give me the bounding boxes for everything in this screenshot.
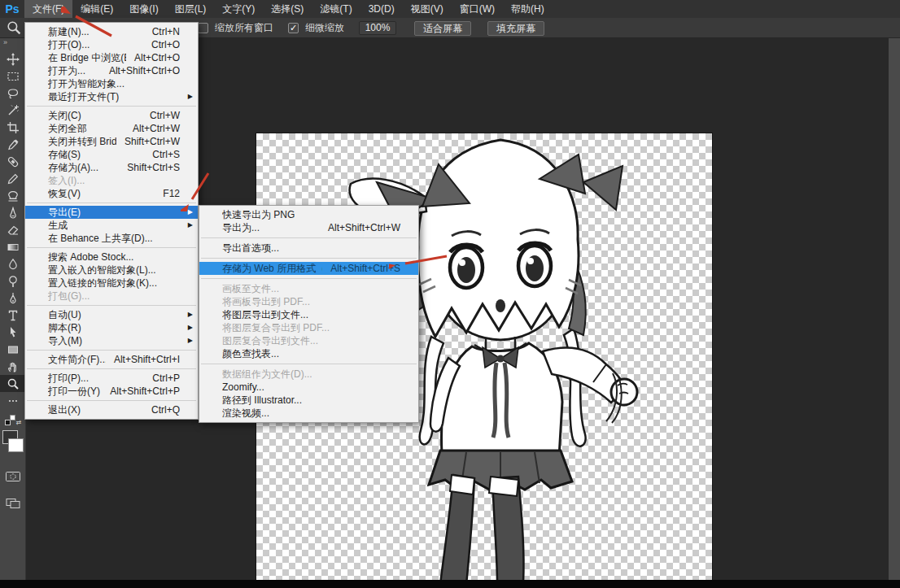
screen-mode-icon: [5, 496, 21, 509]
export-submenu-item-0[interactable]: 快速导出为 PNG: [199, 208, 418, 221]
file-menu-item-24[interactable]: 自动(U)▶: [25, 308, 198, 321]
menubar-item-type[interactable]: 文字(Y): [214, 0, 263, 18]
export-submenu-item-3[interactable]: 导出首选项...: [199, 242, 418, 255]
zoom-tool-icon: [6, 20, 22, 36]
export-submenu-item-15[interactable]: Zoomify...: [199, 381, 418, 394]
menubar-item-edit[interactable]: 编辑(E): [72, 0, 121, 18]
panel-dock-collapsed[interactable]: [889, 38, 900, 580]
file-menu-item-13[interactable]: 恢复(V)F12: [25, 187, 198, 200]
file-menu-item-7[interactable]: 关闭(C)Ctrl+W: [25, 109, 198, 122]
tool-pencil[interactable]: [2, 170, 24, 187]
file-menu-dropdown: 新建(N)...Ctrl+N打开(O)...Ctrl+O在 Bridge 中浏览…: [24, 22, 199, 420]
zoom-percent-field[interactable]: 100%: [359, 21, 396, 35]
file-menu-item-label: 存储为(A)...: [48, 161, 98, 174]
file-menu-item-0[interactable]: 新建(N)...Ctrl+N: [25, 25, 198, 38]
export-submenu-item-9[interactable]: 将图层导出到文件...: [199, 308, 418, 321]
file-menu-item-33[interactable]: 退出(X)Ctrl+Q: [25, 403, 198, 416]
pencil-icon: [7, 172, 20, 185]
tool-move[interactable]: [2, 50, 24, 68]
file-menu-item-5[interactable]: 最近打开文件(T)▶: [25, 90, 198, 103]
screen-mode-button[interactable]: [3, 495, 23, 510]
export-submenu-item-1[interactable]: 导出为...Alt+Shift+Ctrl+W: [199, 221, 418, 234]
export-submenu-item-label: 路径到 Illustrator...: [222, 394, 302, 407]
file-menu-item-8[interactable]: 关闭全部Alt+Ctrl+W: [25, 122, 198, 135]
file-menu-item-15[interactable]: 导出(E)▶: [25, 206, 198, 219]
file-menu-item-shortcut: Ctrl+W: [142, 109, 180, 122]
menubar-item-filter[interactable]: 滤镜(T): [312, 0, 360, 18]
file-menu-item-17[interactable]: 在 Behance 上共享(D)...: [25, 232, 198, 245]
photoshop-logo: Ps: [0, 2, 24, 15]
tool-type[interactable]: [2, 307, 24, 324]
export-submenu-item-label: 渲染视频...: [222, 407, 269, 420]
tool-pen[interactable]: [2, 290, 24, 307]
fit-screen-button[interactable]: 适合屏幕: [414, 21, 471, 36]
menubar-item-help[interactable]: 帮助(H): [503, 0, 553, 18]
menubar-item-file[interactable]: 文件(F): [24, 0, 72, 18]
tool-spot-healing-brush[interactable]: [2, 153, 24, 170]
export-submenu-item-5[interactable]: 存储为 Web 所用格式（旧版）...Alt+Shift+Ctrl+S: [199, 262, 418, 275]
file-menu-item-11[interactable]: 存储为(A)...Shift+Ctrl+S: [25, 161, 198, 174]
toolbar-more-icon[interactable]: »: [0, 38, 25, 50]
file-menu-item-16[interactable]: 生成▶: [25, 219, 198, 232]
file-menu-item-28[interactable]: 文件简介(F)...Alt+Shift+Ctrl+I: [25, 353, 198, 366]
tool-crop[interactable]: [2, 119, 24, 136]
menubar-item-3d[interactable]: 3D(D): [360, 0, 403, 18]
zoom-icon: [7, 377, 20, 390]
tool-clone-stamp[interactable]: [2, 187, 24, 204]
zoom-all-windows-label: 缩放所有窗口: [215, 21, 273, 35]
file-menu-item-25[interactable]: 脚本(R)▶: [25, 321, 198, 334]
tool-quick-selection[interactable]: [2, 102, 24, 119]
tool-eraser[interactable]: [2, 221, 24, 238]
file-menu-item-30[interactable]: 打印(P)...Ctrl+P: [25, 372, 198, 385]
tool-history-brush[interactable]: [2, 204, 24, 221]
tool-dodge[interactable]: [2, 272, 24, 290]
export-submenu-item-label: 数据组作为文件(D)...: [222, 368, 312, 381]
menubar-item-select[interactable]: 选择(S): [263, 0, 312, 18]
tool-blur[interactable]: [2, 255, 24, 272]
background-color-swatch[interactable]: [8, 438, 24, 452]
submenu-arrow-icon: ▶: [188, 206, 193, 219]
menubar-item-window[interactable]: 窗口(W): [452, 0, 503, 18]
file-menu-item-31[interactable]: 打印一份(Y)Alt+Shift+Ctrl+P: [25, 385, 198, 398]
menubar-item-layer[interactable]: 图层(L): [167, 0, 215, 18]
file-menu-item-26[interactable]: 导入(M)▶: [25, 334, 198, 347]
file-menu-item-9[interactable]: 关闭并转到 Bridge...Shift+Ctrl+W: [25, 135, 198, 148]
fill-screen-button[interactable]: 填充屏幕: [487, 21, 544, 36]
export-submenu-item-14: 数据组作为文件(D)...: [199, 368, 418, 381]
file-menu-item-label: 打开(O)...: [48, 38, 90, 51]
eyedropper-icon: [7, 138, 20, 151]
file-menu-separator: [27, 368, 196, 369]
menubar-item-view[interactable]: 视图(V): [403, 0, 452, 18]
file-menu-item-label: 脚本(R): [48, 321, 81, 334]
tool-path-selection[interactable]: [2, 324, 24, 341]
tool-lasso[interactable]: [2, 85, 24, 102]
menubar-item-image[interactable]: 图像(I): [121, 0, 166, 18]
tool-gradient[interactable]: [2, 238, 24, 255]
tool-eyedropper[interactable]: [2, 136, 24, 153]
export-submenu-item-16[interactable]: 路径到 Illustrator...: [199, 394, 418, 407]
file-menu-item-20[interactable]: 置入嵌入的智能对象(L)...: [25, 264, 198, 277]
quick-mask-button[interactable]: [3, 469, 23, 484]
file-menu-item-2[interactable]: 在 Bridge 中浏览(B)...Alt+Ctrl+O: [25, 51, 198, 64]
file-menu-item-label: 新建(N)...: [48, 25, 90, 38]
export-submenu-item-12[interactable]: 颜色查找表...: [199, 347, 418, 360]
mini-color-swatches[interactable]: ⇄: [4, 414, 22, 427]
tool-edit-toolbar[interactable]: [2, 392, 24, 409]
tool-rectangular-marquee[interactable]: [2, 68, 24, 85]
rectangular-marquee-icon: [7, 70, 20, 83]
file-menu-item-1[interactable]: 打开(O)...Ctrl+O: [25, 38, 198, 51]
tool-zoom[interactable]: [0, 375, 26, 392]
file-menu-item-3[interactable]: 打开为...Alt+Shift+Ctrl+O: [25, 64, 198, 77]
export-submenu-item-17[interactable]: 渲染视频...: [199, 407, 418, 420]
export-submenu-separator: [201, 237, 417, 238]
file-menu-item-label: 搜索 Adobe Stock...: [48, 250, 133, 264]
tool-rectangle[interactable]: [2, 341, 24, 358]
file-menu-item-4[interactable]: 打开为智能对象...: [25, 77, 198, 90]
tool-hand[interactable]: [2, 358, 24, 375]
file-menu-item-19[interactable]: 搜索 Adobe Stock...: [25, 250, 198, 264]
file-menu-item-21[interactable]: 置入链接的智能对象(K)...: [25, 277, 198, 290]
fine-zoom-checkbox[interactable]: ✓: [288, 23, 299, 33]
file-menu-item-10[interactable]: 存储(S)Ctrl+S: [25, 148, 198, 161]
file-menu-item-shortcut: F12: [155, 187, 180, 200]
zoom-all-windows-checkbox[interactable]: [198, 23, 208, 33]
